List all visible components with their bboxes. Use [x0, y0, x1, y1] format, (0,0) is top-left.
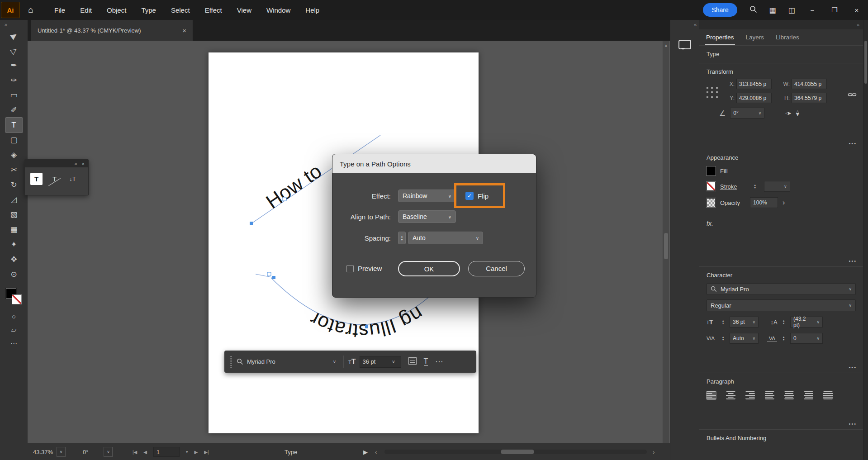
flip-vertical-icon[interactable]: ◁▶	[796, 110, 800, 116]
last-artboard-icon[interactable]: ▶|	[204, 450, 209, 455]
fill-swatch[interactable]	[707, 166, 716, 175]
h-field[interactable]: 364.5579 p	[792, 93, 827, 103]
justify-right-icon[interactable]	[804, 391, 813, 399]
constrain-proportions-icon[interactable]	[848, 90, 857, 100]
play-icon[interactable]: ▶	[363, 443, 368, 460]
stroke-color-swatch[interactable]	[12, 294, 22, 304]
menu-edit[interactable]: Edit	[80, 6, 92, 14]
panel-scrollbar[interactable]	[863, 20, 868, 460]
font-family-select[interactable]: Myriad Pro ∨	[707, 283, 856, 295]
font-size-select[interactable]: 36 pt ∨	[730, 317, 759, 327]
expand-icon[interactable]: »	[857, 22, 859, 28]
panel-scrollbar-thumb[interactable]	[864, 41, 867, 84]
anchor-point[interactable]	[365, 325, 368, 328]
eraser-tool[interactable]: ◈	[5, 147, 23, 162]
edit-toolbar-icon[interactable]: ⋯	[10, 339, 17, 347]
align-right-icon[interactable]	[745, 391, 755, 399]
leading-select[interactable]: (43.2 pt) ∨	[790, 317, 823, 327]
vertical-scrollbar-thumb[interactable]	[664, 233, 668, 259]
artboard-number-field[interactable]: 1	[153, 447, 180, 457]
align-center-icon[interactable]	[726, 391, 735, 399]
curvature-tool[interactable]: ✑	[5, 73, 23, 88]
collapse-icon[interactable]: «	[74, 161, 77, 166]
anchor-point[interactable]	[283, 197, 286, 201]
scissors-tool[interactable]: ✂	[5, 162, 23, 177]
first-artboard-icon[interactable]: |◀	[133, 450, 137, 455]
stroke-swatch[interactable]	[707, 182, 716, 191]
paragraph-more-options[interactable]: •••	[849, 421, 857, 427]
next-artboard-icon[interactable]: ▶	[194, 450, 198, 455]
search-icon[interactable]	[749, 5, 757, 15]
font-family-select[interactable]: Myriad Pro ∨	[237, 358, 339, 365]
cancel-button[interactable]: Cancel	[468, 261, 525, 276]
minimize-button[interactable]: −	[807, 6, 817, 14]
close-button[interactable]: ×	[852, 6, 862, 14]
close-icon[interactable]: ×	[82, 161, 85, 166]
scroll-up-icon[interactable]: ▲	[663, 43, 669, 47]
justify-all-icon[interactable]	[823, 391, 833, 399]
zoom-control[interactable]: 43.37% ∨	[33, 443, 66, 460]
font-size-select[interactable]: 36 pt ∨	[360, 356, 401, 368]
horizontal-scrollbar[interactable]	[384, 450, 647, 454]
rotation-control[interactable]: 0° ∨	[83, 443, 113, 460]
scroll-right-icon[interactable]: ›	[653, 443, 655, 460]
direct-selection-tool[interactable]: ▷	[5, 43, 23, 58]
scale-tool[interactable]: ◿	[5, 192, 23, 207]
font-style-select[interactable]: Regular ∨	[707, 299, 856, 311]
w-field[interactable]: 414.0355 p	[792, 79, 827, 89]
menu-help[interactable]: Help	[305, 6, 319, 14]
spacing-select[interactable]: Auto ∨	[408, 232, 483, 244]
touch-type-icon[interactable]: T	[424, 357, 428, 366]
stroke-label[interactable]: Stroke	[720, 183, 737, 190]
mesh-tool[interactable]: ▦	[5, 222, 23, 237]
reference-point-selector[interactable]	[707, 87, 718, 99]
paintbrush-tool[interactable]: ✐	[5, 103, 23, 118]
flip-horizontal-icon[interactable]: ◁▶	[785, 111, 791, 115]
character-more-options[interactable]: •••	[849, 365, 857, 370]
transform-more-options[interactable]: •••	[849, 141, 857, 146]
dialog-title[interactable]: Type on a Path Options	[332, 154, 536, 173]
stroke-weight-select[interactable]: ∨	[764, 181, 790, 192]
scroll-left-icon[interactable]: ‹	[375, 443, 377, 460]
justify-center-icon[interactable]	[784, 391, 794, 399]
appearance-more-options[interactable]: •••	[849, 258, 857, 264]
opacity-options-icon[interactable]: ›	[783, 199, 785, 207]
type-tool[interactable]: T	[5, 118, 23, 133]
menu-view[interactable]: View	[237, 6, 251, 14]
rotate-tool[interactable]: ↻	[5, 177, 23, 192]
tab-libraries[interactable]: Libraries	[776, 34, 799, 41]
align-to-path-select[interactable]: Baseline ∨	[398, 210, 456, 223]
opacity-swatch[interactable]	[707, 198, 716, 207]
effect-select[interactable]: Rainbow ∨	[398, 190, 456, 202]
paragraph-panel-icon[interactable]	[408, 357, 417, 366]
hand-tool[interactable]: ✥	[5, 252, 23, 267]
zoom-tool[interactable]: ⊙	[5, 267, 23, 282]
stepper-up-icon[interactable]: ▴	[401, 235, 403, 238]
menu-select[interactable]: Select	[171, 6, 190, 14]
tab-close-icon[interactable]: ×	[182, 27, 186, 34]
spacing-stepper[interactable]: ▴ ▾	[398, 232, 406, 244]
stepper-down-icon[interactable]: ▾	[401, 238, 403, 241]
menu-file[interactable]: File	[54, 6, 65, 14]
vertical-scrollbar[interactable]: ▲	[663, 41, 669, 443]
toolbar-expand-icon[interactable]: »	[0, 20, 6, 28]
fill-label[interactable]: Fill	[720, 168, 728, 175]
drag-grip[interactable]	[230, 356, 232, 368]
rotation-select[interactable]: 0° ∨	[730, 108, 764, 119]
collapse-icon[interactable]: «	[694, 22, 696, 27]
stroke-weight-stepper[interactable]: ▴▾	[754, 184, 759, 189]
artboard-tool[interactable]: ▢	[5, 133, 23, 147]
menu-type[interactable]: Type	[141, 6, 156, 14]
fill-stroke-swatches[interactable]	[5, 287, 24, 308]
selection-tool[interactable]: ▶	[5, 28, 23, 43]
restore-button[interactable]: ❐	[830, 6, 840, 14]
preview-checkbox[interactable]	[346, 265, 354, 272]
document-tab[interactable]: Untitled-1* @ 43.37 % (CMYK/Preview) ×	[31, 20, 193, 41]
x-field[interactable]: 313.8455 p	[736, 79, 772, 89]
draw-mode-icon[interactable]: ○	[12, 313, 16, 320]
kerning-select[interactable]: Auto ∨	[730, 333, 759, 344]
leading-stepper[interactable]: ▴▾	[783, 319, 788, 325]
comment-icon[interactable]	[678, 40, 691, 49]
menu-object[interactable]: Object	[107, 6, 126, 14]
arrange-documents-icon[interactable]: ◫	[788, 6, 795, 14]
